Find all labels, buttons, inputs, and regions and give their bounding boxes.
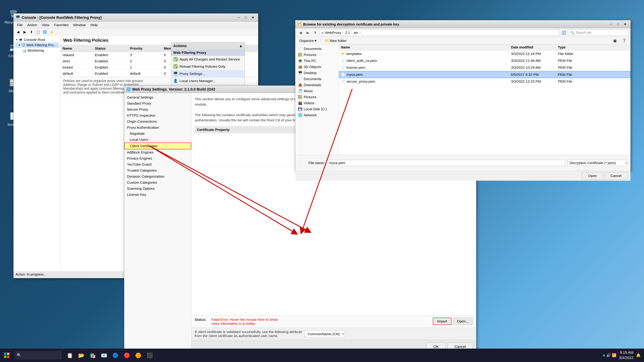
notification-icon[interactable]: 🔔 [636, 353, 641, 358]
col-type-header[interactable]: Type [558, 45, 598, 49]
proxy-nav-origin-connections[interactable]: Origin Connections [124, 118, 191, 124]
fb-search-bar[interactable]: 🔍 Search etc [568, 30, 628, 36]
col-date-header[interactable]: Date modified [511, 45, 558, 49]
actions-item-apply-all-changes-and-restart-service[interactable]: ✅Apply All Changes and Restart Service [171, 56, 245, 63]
proxy-footer-select[interactable]: CommonName (CN) [305, 331, 345, 337]
import-btn[interactable]: Import [433, 318, 452, 325]
fb-open-btn[interactable]: Open [582, 172, 603, 179]
svg-rect-4 [7, 353, 10, 355]
mmc-menu-file[interactable]: File [15, 22, 25, 28]
taskbar-icon-mail[interactable]: 📧 [98, 349, 109, 362]
fb-sidebar-pictures[interactable]: 🖼️Pictures [295, 52, 339, 58]
proxy-nav-dynamic-categorization[interactable]: Dynamic Categorization [124, 173, 191, 179]
fb-view-btn[interactable]: ▦ [611, 38, 619, 43]
mmc-menu-action[interactable]: Action [25, 22, 39, 28]
fb-file-item[interactable]: 📄myca.pem 6/5/2017 4:32 PM PEM File [339, 71, 630, 78]
proxy-nav-youtube-guard[interactable]: YouTube Guard [124, 161, 191, 167]
fb-sidebar-desktop[interactable]: 🖥️Desktop [295, 70, 339, 76]
tree-item-monitoring[interactable]: 📊 Monitoring [15, 48, 59, 53]
fb-sidebar-local-disk-c[interactable]: 💾Local Disk (C:) [295, 106, 339, 112]
fb-breadcrumb[interactable]: « WebProxy › 2.1 › etc › [320, 30, 559, 36]
fb-filename-input[interactable] [327, 160, 565, 166]
mmc-toolbar: ◀ ▶ ⬆ 📋 🌐 ⭐ [14, 28, 258, 36]
proxy-nav-license-key[interactable]: License Key [124, 192, 191, 198]
fb-forward-btn[interactable]: ▶ [305, 30, 311, 36]
proxy-nav-local-users[interactable]: Local Users [124, 137, 191, 143]
fb-restore-btn[interactable]: □ [615, 22, 621, 27]
toolbar-web-btn[interactable]: 🌐 [42, 29, 48, 35]
fb-file-item[interactable]: 📁templates 3/3/2022 12:18 PM File folder [339, 50, 630, 57]
proxy-nav-scanning-options[interactable]: Scanning Options [124, 186, 191, 192]
proxy-nav-trusted-categories[interactable]: Trusted Categories [124, 167, 191, 173]
fb-sidebar-this-pc[interactable]: 💻This PC [295, 58, 339, 64]
fb-minimize-btn[interactable]: ─ [608, 22, 614, 27]
tree-item-console-root[interactable]: ▼ 💻 Console Root [15, 37, 59, 42]
fb-help-btn[interactable]: ❓ [620, 38, 628, 43]
mmc-close-btn[interactable]: ✕ [250, 15, 256, 20]
proxy-nav-standard-proxy[interactable]: Standard Proxy [124, 100, 191, 106]
actions-item-reload-filtering-policies-only[interactable]: ✅Reload Filtering Policies Only [171, 63, 245, 70]
fb-file-item[interactable]: 📄license.pem 3/3/2022 10:29 AM PEM File [339, 64, 630, 71]
mmc-menu-window[interactable]: Window [71, 22, 88, 28]
taskbar-icon-app3[interactable]: ⬛ [144, 349, 155, 362]
actions-item-proxy-settings[interactable]: 🖥️Proxy Settings... [171, 70, 245, 77]
taskbar-icon-app1[interactable]: 🔴 [122, 349, 132, 362]
proxy-status-bar: Status: Fatal Error. Hover the mouse her… [191, 316, 476, 328]
proxy-nav-privacy-engines[interactable]: Privacy Engines [124, 155, 191, 161]
toolbar-back-btn[interactable]: ◀ [15, 29, 21, 35]
fb-close-btn[interactable]: ✕ [622, 22, 628, 27]
fb-cancel-btn[interactable]: Cancel [604, 172, 628, 179]
fb-bottom: File name: Decryption Certificate (*.pem… [295, 155, 630, 171]
toolbar-up-btn[interactable]: ⬆ [28, 29, 34, 35]
proxy-footer: If client certificate is validated succe… [191, 328, 476, 340]
taskbar-icon-explorer[interactable]: 📂 [76, 349, 86, 362]
proxy-nav-general-settings[interactable]: General Settings [124, 94, 191, 100]
taskbar-icon-task-view[interactable]: 📋 [64, 349, 75, 362]
toolbar-show-hide-btn[interactable]: 📋 [35, 29, 41, 35]
taskbar-icon-store[interactable]: 🛍️ [87, 349, 98, 362]
fb-sidebar-network[interactable]: 🌐Network [295, 112, 339, 118]
fb-sidebar-music[interactable]: 🎵Music [295, 88, 339, 94]
fb-back-btn[interactable]: ◀ [297, 30, 304, 36]
proxy-nav-secure-proxy[interactable]: Secure Proxy [124, 106, 191, 112]
mmc-menu-view[interactable]: View [40, 22, 51, 28]
proxy-settings-icon: 🌐 [126, 87, 131, 91]
start-btn[interactable] [0, 349, 14, 362]
mmc-menu-help[interactable]: Help [88, 22, 100, 28]
fb-sidebar-videos[interactable]: 🎬Videos [295, 100, 339, 106]
toolbar-forward-btn[interactable]: ▶ [22, 29, 28, 35]
proxy-nav-proxy-authentication[interactable]: Proxy Authentication [124, 124, 191, 131]
fb-sidebar-pictures[interactable]: 🖼️Pictures [295, 94, 339, 100]
fb-sidebar-3d-objects[interactable]: 📦3D Objects [295, 64, 339, 70]
toolbar-fav-btn[interactable]: ⭐ [48, 29, 54, 35]
mmc-menu-favorites[interactable]: Favorites [52, 22, 70, 28]
actions-item-local-users-manager[interactable]: 👤Local Users Manager... [171, 77, 245, 85]
taskbar-icon-edge[interactable]: 🔵 [110, 349, 121, 362]
fb-up-btn[interactable]: ⬆ [312, 30, 318, 36]
fb-sidebar-documents[interactable]: 📄Documents [295, 76, 339, 82]
proxy-settings-title: Web Proxy Settings. Version: 2.1.0.0 Bui… [132, 87, 215, 91]
fb-refresh-btn[interactable]: 🔄 [561, 30, 567, 36]
taskbar-search[interactable]: 🔍 [15, 351, 62, 360]
open-btn[interactable]: Open... [453, 318, 473, 325]
fb-filetype-select[interactable]: Decryption Certificate (*.pem) [567, 160, 628, 166]
proxy-nav-custom-categories[interactable]: Custom Categories [124, 179, 191, 186]
taskbar-time[interactable]: 9:15 AM 3/4/2022 [619, 350, 634, 361]
fb-file-item[interactable]: 📄secure_proxy.pem 3/3/2022 12:23 PM PEM … [339, 78, 630, 85]
proxy-nav-adblock-engines[interactable]: AdBlock Engines [124, 149, 191, 155]
fb-sidebar-downloads[interactable]: 📥Downloads [295, 82, 339, 88]
fb-organize-btn[interactable]: Organize ▾ [297, 38, 318, 43]
fb-sidebar-documents[interactable]: 📄Documents [295, 46, 339, 52]
mmc-restore-btn[interactable]: □ [242, 15, 249, 20]
fb-new-folder-btn[interactable]: 📁 New folder [323, 38, 348, 43]
actions-panel: Actions ▲ Web Filtering Proxy ✅Apply All… [171, 42, 245, 92]
proxy-nav-client-certificates[interactable]: Client Certificates [124, 143, 191, 149]
fb-file-item[interactable]: 📄client_auth_ca.pem 3/3/2022 11:48 AM PE… [339, 57, 630, 64]
proxy-nav-https-inspection[interactable]: HTTPS Inspection [124, 112, 191, 118]
tree-item-web-filtering[interactable]: ▼ 🛡️ Web Filtering Pro... [15, 42, 59, 48]
mmc-minimize-btn[interactable]: ─ [235, 15, 242, 20]
svg-rect-6 [7, 356, 10, 358]
col-name-header[interactable]: Name [341, 45, 511, 49]
taskbar-icon-app2[interactable]: 🟠 [133, 349, 144, 362]
proxy-nav-negotiate[interactable]: Negotiate [124, 131, 191, 137]
